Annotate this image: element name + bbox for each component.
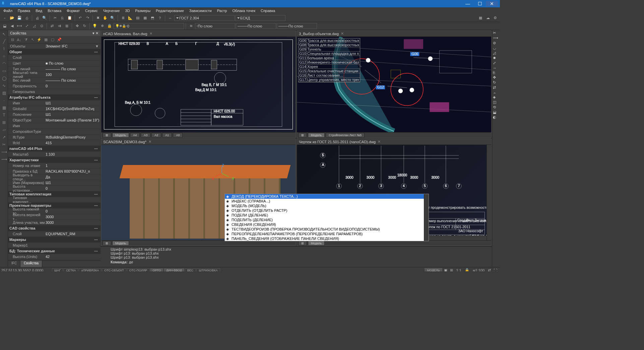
prop-row[interactable]: Слой xyxy=(8,55,101,61)
dimang-icon[interactable]: ◿ xyxy=(31,23,38,29)
prop-row[interactable]: Гиперссылка xyxy=(8,89,101,95)
prop-row[interactable]: Высота установки...0 xyxy=(8,186,101,191)
lock-icon[interactable]: 🔒 xyxy=(463,268,471,271)
model-tab[interactable]: A0 xyxy=(173,133,183,138)
scale-icon[interactable]: ⤢ xyxy=(493,61,499,65)
viewcube-icon[interactable]: ◫ xyxy=(493,100,499,104)
prop-row[interactable]: Цвет■ По слою xyxy=(8,61,101,66)
fillet-icon[interactable]: ◡ xyxy=(493,46,499,50)
break-icon[interactable]: ⊘ xyxy=(493,41,499,45)
status-toggle-ВЕС[interactable]: ВЕС xyxy=(185,268,196,272)
status-toggle-ШТРИХОВКА[interactable]: ШТРИХОВКА xyxy=(196,268,220,272)
autocomplete-item[interactable]: ◈ПОДЕЛИТЬ (ДЕЛЕНИЕ) xyxy=(225,217,429,222)
select-all-icon[interactable]: ▦ xyxy=(43,37,49,43)
layer-lbulb-icon[interactable]: 💡 xyxy=(91,23,98,29)
tab-properties[interactable]: Свойства xyxy=(20,261,42,267)
undo-icon[interactable]: ↶ xyxy=(77,15,83,21)
pick-icon[interactable]: ↖ xyxy=(29,37,36,43)
orbit-icon[interactable]: ⟲ xyxy=(493,105,499,109)
pan-icon[interactable]: ✋ xyxy=(102,15,109,21)
trim-tool-icon[interactable]: ✂ xyxy=(493,31,499,35)
dimalign-icon[interactable]: ⤢ xyxy=(23,23,30,29)
viewport-tab-label[interactable]: nCAD Механика. Вал.dwg xyxy=(103,32,147,36)
prop-row[interactable]: Длина участка, мм3000 xyxy=(8,220,101,226)
close-button[interactable]: ✕ xyxy=(486,1,498,6)
layout-icon[interactable]: ⊞ xyxy=(298,133,307,138)
model-tab[interactable]: A3 xyxy=(141,133,150,138)
prop-row[interactable]: Имя xyxy=(8,123,101,129)
open-icon[interactable]: 📂 xyxy=(9,15,15,21)
prop-group-header[interactable]: Общие— xyxy=(8,49,101,55)
print-icon[interactable]: 🖨 xyxy=(34,15,41,21)
command-autocomplete[interactable]: ◈ДЕКОД (ПЕРЕКОДИРОВКА ТЕКСТА...)◈ИНДЕКС … xyxy=(224,194,429,241)
join-icon[interactable]: ⟿ xyxy=(1,156,7,163)
dimstyle-dropdown[interactable]: ⏷ ГОСТ 2.304 xyxy=(174,15,235,21)
scrollbar-vertical[interactable] xyxy=(424,194,429,241)
model-tab[interactable]: Модель xyxy=(112,133,129,138)
cat-icon[interactable]: ⊟ xyxy=(9,37,15,43)
prop-group-header[interactable]: Характеристики— xyxy=(8,157,101,163)
blocks-icon[interactable]: ▦ xyxy=(142,15,148,21)
close-icon[interactable]: ✕ xyxy=(341,31,344,36)
menu-зависимости[interactable]: Зависимости xyxy=(187,8,214,13)
autocomplete-item[interactable]: ◈СВЕДЕНИЯ (СВЕДЕНИЯ) xyxy=(225,222,429,227)
status-toggle-ОРТО[interactable]: ОРТО xyxy=(150,268,163,272)
panel-close-icon[interactable]: ▾ ✕ xyxy=(92,31,99,35)
prop-row[interactable]: Выводить в специ...Да xyxy=(8,174,101,180)
rotate-icon[interactable]: ↻ xyxy=(81,23,88,29)
dropdown-icon[interactable]: ▼ xyxy=(95,44,101,48)
menu-вставка[interactable]: Вставка xyxy=(46,8,63,13)
menu-облака точек[interactable]: Облака точек xyxy=(230,8,257,13)
dimrad-icon[interactable]: ⊙ xyxy=(38,23,45,29)
erase-icon[interactable]: ✖ xyxy=(94,15,101,21)
region-icon[interactable]: ▱ xyxy=(1,126,7,133)
move2-icon[interactable]: ✥ xyxy=(493,75,499,80)
close-icon[interactable]: ✕ xyxy=(148,140,151,144)
prop-row[interactable]: ObjectTypeМонтажный шкаф (Панели 19") xyxy=(8,117,101,123)
pin-icon[interactable]: 📌 xyxy=(56,37,62,43)
rect-icon[interactable]: ▭ xyxy=(1,68,7,74)
eskd-dropdown[interactable]: ⏷ ЕСКД xyxy=(235,15,285,21)
model-tab[interactable]: A4 xyxy=(130,133,140,138)
model-toggle[interactable]: МОДЕЛЬ xyxy=(425,268,442,272)
new-icon[interactable]: ▫ xyxy=(1,15,8,21)
color-dropdown[interactable]: ▫ По слою xyxy=(195,23,235,29)
copy-icon[interactable]: ⎘ xyxy=(59,15,66,21)
model-tab[interactable]: Модель xyxy=(112,241,129,246)
prop-row[interactable]: IfcId415 xyxy=(8,140,101,146)
saveall-icon[interactable]: ⎙ xyxy=(23,15,30,21)
arc-icon[interactable]: ◠ xyxy=(1,60,7,67)
status-icon[interactable]: ▣ xyxy=(443,268,449,271)
autocomplete-item[interactable]: ◈ОТДЕЛИТЬ (ОТДЕЛИТЬ РАСТР) xyxy=(225,208,429,213)
autocomplete-item[interactable]: ◈ПОДЕЛИ (ДЕЛЕНИЕ) xyxy=(225,213,429,217)
prop-row[interactable]: Высота верхней т...3000 xyxy=(8,214,101,220)
filter-icon[interactable]: ⧩ xyxy=(23,37,29,43)
explode-icon[interactable]: ✹ xyxy=(493,56,499,60)
status-toggle-ОТС-ПОЛЯР[interactable]: ОТС-ПОЛЯР xyxy=(127,268,150,272)
copy2-icon[interactable]: ⎘ xyxy=(493,71,499,75)
menu-файл[interactable]: Файл xyxy=(1,8,14,13)
mleader-icon[interactable]: ↗ xyxy=(1,134,7,141)
cloud-icon[interactable]: ☁ xyxy=(485,15,491,21)
model-tab[interactable]: A1 xyxy=(162,133,172,138)
redo-icon[interactable]: ↷ xyxy=(84,15,91,21)
layer-dropdown[interactable]: 💡❄🔒▫ 0 xyxy=(114,23,184,29)
menu-справка[interactable]: Справка xyxy=(259,8,277,13)
mirror-icon[interactable]: ⇄ xyxy=(49,23,55,29)
autocomplete-item[interactable]: ◈МОДЕЛЬ (МОДЕЛЬ) xyxy=(225,203,429,208)
objects-value[interactable]: Элемент IFC xyxy=(45,44,95,48)
autocomplete-item[interactable]: ◈ИНДЕКС (СПРАВКА...) xyxy=(225,199,429,203)
alpha-icon[interactable]: A↓ xyxy=(16,37,22,43)
layout-icon[interactable]: ⊞ xyxy=(103,241,111,246)
switch-icon[interactable]: ⇄ xyxy=(487,268,492,271)
model-tab[interactable]: Модель xyxy=(308,133,325,138)
status-toggle-ШАГ[interactable]: ШАГ xyxy=(52,268,63,272)
text-icon[interactable]: T xyxy=(1,112,7,118)
menu-вид[interactable]: Вид xyxy=(34,8,44,13)
model-tab[interactable]: Модель xyxy=(308,241,325,246)
layer-prev-icon[interactable]: ◀ xyxy=(9,23,15,29)
annoscale-label[interactable]: 1:1 xyxy=(454,268,463,272)
prop-row[interactable]: СлойEQUIPMENT_RM xyxy=(8,231,101,237)
status-toggle-СЕТКА[interactable]: СЕТКА xyxy=(64,268,78,272)
linetype-dropdown[interactable]: ——— По слою xyxy=(236,23,276,29)
